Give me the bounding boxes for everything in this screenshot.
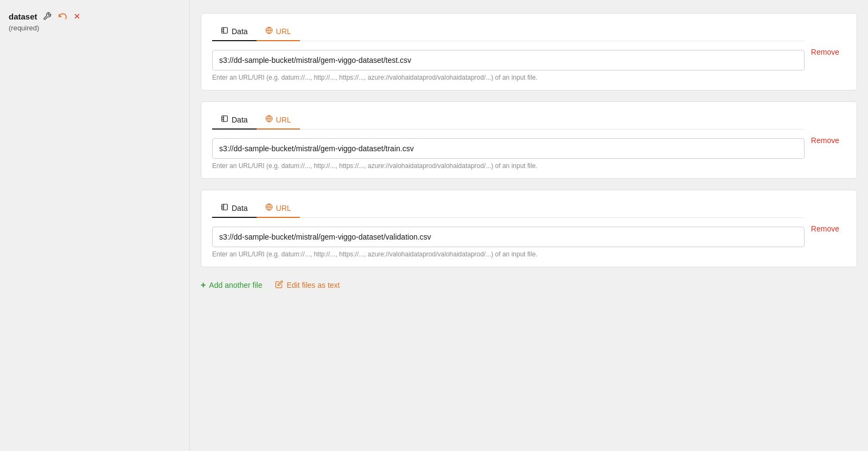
close-button[interactable] — [72, 11, 82, 21]
add-file-label: Add another file — [209, 281, 262, 289]
remove-button-3[interactable]: Remove — [805, 220, 846, 237]
file-card-1-inner: Data URL Enter an URL/URI (e.g. datum://… — [212, 22, 805, 81]
wrench-button[interactable] — [42, 11, 53, 22]
url-input-2[interactable] — [212, 138, 805, 159]
tab-data-3-label: Data — [232, 204, 248, 212]
wrench-icon — [43, 12, 52, 21]
data-tab-icon-2 — [221, 115, 228, 124]
file-card-2: Data URL Enter an URL/URI (e.g. datum://… — [201, 101, 857, 179]
file-card-3-tabs: Data URL — [212, 199, 805, 218]
tab-url-1-label: URL — [276, 27, 291, 36]
undo-button[interactable] — [57, 11, 68, 22]
remove-button-2[interactable]: Remove — [805, 132, 846, 149]
plus-icon: + — [201, 280, 206, 290]
edit-icon — [275, 280, 283, 290]
sidebar-title: dataset — [9, 12, 37, 21]
data-tab-icon-1 — [221, 27, 228, 36]
tab-data-3[interactable]: Data — [212, 199, 257, 218]
file-card-1-tabs: Data URL — [212, 22, 805, 41]
edit-files-as-text-button[interactable]: Edit files as text — [275, 280, 340, 290]
url-input-3[interactable] — [212, 227, 805, 247]
hint-text-2: Enter an URL/URI (e.g. datum://..., http… — [212, 162, 805, 170]
url-tab-icon-2 — [265, 115, 273, 124]
url-tab-icon-3 — [265, 203, 273, 212]
actions-row: + Add another file Edit files as text — [201, 278, 857, 292]
tab-data-1[interactable]: Data — [212, 22, 257, 41]
svg-rect-2 — [222, 28, 228, 34]
sidebar-header: dataset — [9, 11, 181, 22]
hint-text-1: Enter an URL/URI (e.g. datum://..., http… — [212, 74, 805, 81]
file-card-1: Data URL Enter an URL/URI (e.g. datum://… — [201, 13, 857, 91]
file-card-2-tabs: Data URL — [212, 111, 805, 130]
hint-text-3: Enter an URL/URI (e.g. datum://..., http… — [212, 250, 805, 258]
sidebar: dataset (required) — [0, 0, 190, 451]
tab-url-2-label: URL — [276, 115, 291, 124]
remove-button-1[interactable]: Remove — [805, 43, 846, 61]
tab-url-1[interactable]: URL — [257, 22, 300, 41]
close-icon — [73, 12, 81, 20]
sidebar-required-label: (required) — [9, 24, 181, 32]
data-tab-icon-3 — [221, 203, 228, 212]
file-card-2-inner: Data URL Enter an URL/URI (e.g. datum://… — [212, 111, 805, 170]
add-another-file-button[interactable]: + Add another file — [201, 280, 262, 290]
file-card-3: Data URL Enter an URL/URI (e.g. datum://… — [201, 190, 857, 267]
url-tab-icon-1 — [265, 27, 273, 36]
tab-data-2-label: Data — [232, 115, 248, 124]
url-input-1[interactable] — [212, 50, 805, 70]
main-content: Data URL Enter an URL/URI (e.g. datum://… — [190, 0, 868, 451]
tab-data-1-label: Data — [232, 27, 248, 36]
tab-url-2[interactable]: URL — [257, 111, 300, 130]
edit-text-label: Edit files as text — [286, 281, 340, 289]
undo-icon — [58, 12, 67, 21]
tab-data-2[interactable]: Data — [212, 111, 257, 130]
file-card-3-inner: Data URL Enter an URL/URI (e.g. datum://… — [212, 199, 805, 258]
tab-url-3[interactable]: URL — [257, 199, 300, 218]
svg-rect-8 — [222, 204, 228, 210]
svg-rect-5 — [222, 116, 228, 122]
tab-url-3-label: URL — [276, 204, 291, 212]
